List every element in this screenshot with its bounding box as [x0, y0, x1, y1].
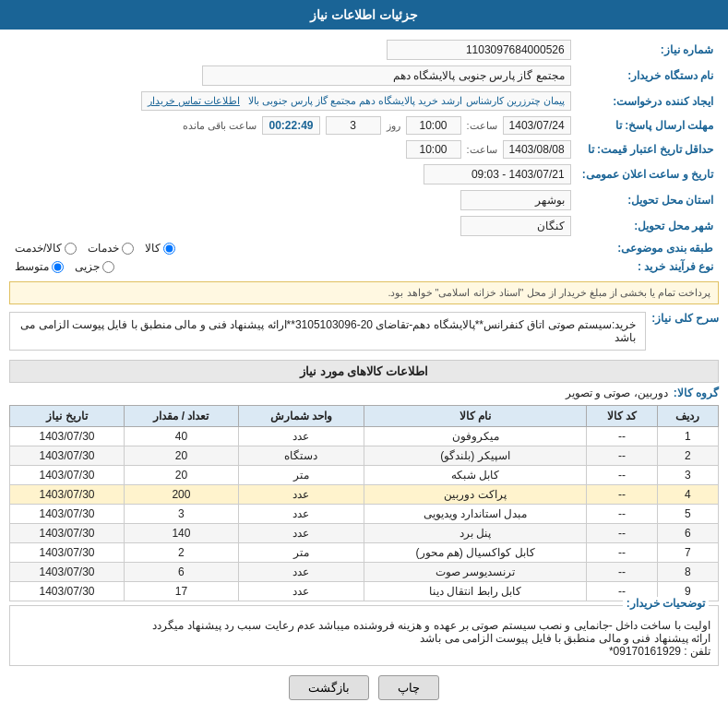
radio-kala-khadamat-label: کالا/خدمت	[15, 242, 62, 255]
tarikh-etebar-label: حداقل تاریخ اعتبار قیمت: تا	[577, 137, 719, 161]
table-row: 8--ترنسدیوسر صوتعدد61403/07/30	[10, 563, 719, 582]
ijad-konande-link[interactable]: اطلاعات تماس خریدار	[148, 95, 240, 106]
shomare-niaz-field: 1103097684000526	[387, 40, 571, 60]
col-radif: ردیف	[657, 406, 718, 427]
page-header: جزئیات اطلاعات نیاز	[0, 0, 728, 30]
radio-kala-khadamat-item[interactable]: کالا/خدمت	[15, 242, 77, 255]
table-row: 5--مبدل استاندارد ویدیوییعدد31403/07/30	[10, 505, 719, 524]
ijad-konande-value: پیمان چترزرین کارشناس ارشد خرید پالایشگا…	[9, 89, 577, 113]
sarij-row: سرح کلی نیاز: خرید:سیستم صوتی اتاق کنفرا…	[9, 308, 719, 354]
tarikh-elan-field: 1403/07/21 - 09:03	[424, 164, 571, 184]
buyer-notes-content: اولیت با ساخت داخل -جانمایی و نصب سیستم …	[18, 613, 710, 658]
radio-khadamat[interactable]	[122, 243, 134, 255]
radio-kala-khadamat[interactable]	[65, 243, 77, 255]
tarikh-ersal-rooz: 3	[326, 116, 381, 135]
tarikh-etebar-saat: 10:00	[406, 140, 461, 159]
radio-kala-item[interactable]: کالا	[145, 242, 175, 255]
info-table: شماره نیاز: 1103097684000526 نام دستگاه …	[9, 37, 719, 276]
shahr-label: شهر محل تحویل:	[577, 213, 719, 239]
bottom-buttons: چاپ بازگشت	[9, 675, 719, 700]
buyer-notes-line1: اولیت با ساخت داخل -جانمایی و نصب سیستم …	[18, 619, 710, 632]
tarikh-etebar-value: 1403/08/08 ساعت: 10:00	[9, 137, 577, 161]
note-text: پرداخت تمام یا بخشی از مبلغ خریدار از مح…	[388, 287, 710, 298]
tabaqhebandi-value: کالا/خدمت خدمات کالا	[9, 239, 577, 257]
tabaqhebandi-label: طبقه بندی موضوعی:	[577, 239, 719, 257]
ostan-field: بوشهر	[460, 190, 571, 210]
shomare-niaz-value: 1103097684000526	[9, 37, 577, 63]
mande-label: ساعت باقی مانده	[183, 120, 257, 132]
row-noe-farayand: نوع فرآیند خرید : متوسط جزیی	[9, 257, 719, 276]
nam-dastgah-field: مجتمع گاز پارس جنوبی پالایشگاه دهم	[202, 65, 571, 86]
btn-bazgasht[interactable]: بازگشت	[289, 675, 369, 700]
tarikh-ersal-date: 1403/07/24	[503, 116, 571, 135]
nam-dastgah-label: نام دستگاه خریدار:	[577, 63, 719, 89]
tarikh-ersal-label: مهلت ارسال پاسخ: تا	[577, 113, 719, 137]
shahr-field: کنگان	[460, 216, 571, 236]
tarikh-ersal-value: 1403/07/24 ساعت: 10:00 روز 3 00:22:49 سا…	[9, 113, 577, 137]
radio-kala[interactable]	[163, 243, 175, 255]
shahr-value: کنگان	[9, 213, 577, 239]
ijad-konande-text: پیمان چترزرین کارشناس ارشد خرید پالایشگا…	[248, 95, 565, 106]
sarij-value: خرید:سیستم صوتی اتاق کنفرانس**پالایشگاه …	[9, 312, 646, 351]
group-kala-row: گروه کالا: دوربین، صوتی و تصویر	[9, 387, 719, 399]
buyer-notes-phone: تلفن : 09170161929*	[18, 645, 710, 658]
col-vahed: واحد شمارش	[238, 406, 364, 427]
row-tarikh-etebar: حداقل تاریخ اعتبار قیمت: تا 1403/08/08 س…	[9, 137, 719, 161]
radio-motavaset[interactable]	[52, 261, 64, 273]
radio-kala-label: کالا	[145, 242, 161, 255]
ostan-value: بوشهر	[9, 187, 577, 213]
radio-jozvi-item[interactable]: جزیی	[75, 260, 114, 273]
radio-khadamat-label: خدمات	[88, 242, 119, 255]
tarikh-elan-value: 1403/07/21 - 09:03	[9, 161, 577, 187]
radio-khadamat-item[interactable]: خدمات	[88, 242, 134, 255]
main-content: شماره نیاز: 1103097684000526 نام دستگاه …	[0, 30, 728, 714]
buyer-notes-header: توضحیات خریدار:	[623, 597, 709, 610]
row-nam-dastgah: نام دستگاه خریدار: مجتمع گاز پارس جنوبی …	[9, 63, 719, 89]
col-name: نام کالا	[364, 406, 587, 427]
note-box: پرداخت تمام یا بخشی از مبلغ خریدار از مح…	[9, 281, 719, 304]
radio-jozvi-label: جزیی	[75, 260, 100, 273]
page-title: جزئیات اطلاعات نیاز	[310, 7, 418, 22]
tarikh-etebar-date: 1403/08/08	[503, 140, 571, 159]
buyer-notes-line2: ارائه پیشنهاد فنی و مالی منطبق با فایل پ…	[18, 632, 710, 645]
ostan-label: استان محل تحویل:	[577, 187, 719, 213]
btn-chap[interactable]: چاپ	[378, 675, 439, 700]
ijad-konande-label: ایجاد کننده درخواست:	[577, 89, 719, 113]
row-shahr: شهر محل تحویل: کنگان	[9, 213, 719, 239]
sarij-label: سرح کلی نیاز:	[651, 308, 719, 325]
nam-dastgah-value: مجتمع گاز پارس جنوبی پالایشگاه دهم	[9, 63, 577, 89]
row-tabaqhebandi: طبقه بندی موضوعی: کالا/خدمت خدمات کالا	[9, 239, 719, 257]
row-tarikh-ersal: مهلت ارسال پاسخ: تا 1403/07/24 ساعت: 10:…	[9, 113, 719, 137]
tarikh-ersal-mande: 00:22:49	[262, 116, 319, 135]
col-kod: کد کالا	[586, 406, 657, 427]
noe-farayand-label: نوع فرآیند خرید :	[577, 257, 719, 276]
row-tarikh-elan: تاریخ و ساعت اعلان عمومی: 1403/07/21 - 0…	[9, 161, 719, 187]
table-row: 3--کابل شبکهمتر201403/07/30	[10, 466, 719, 485]
row-shomare-niaz: شماره نیاز: 1103097684000526	[9, 37, 719, 63]
radio-motavaset-item[interactable]: متوسط	[15, 260, 64, 273]
tarikh-ersal-saat: 10:00	[406, 116, 461, 135]
saat-label: ساعت:	[467, 120, 497, 132]
table-row: 1--میکروفونعدد401403/07/30	[10, 427, 719, 446]
noe-farayand-value: متوسط جزیی	[9, 257, 577, 276]
group-kala-label: گروه کالا:	[674, 387, 719, 399]
col-tedad: تعداد / مقدار	[124, 406, 238, 427]
rooz-label: روز	[387, 120, 400, 132]
buyer-notes-box: توضحیات خریدار: اولیت با ساخت داخل -جانم…	[9, 605, 719, 666]
radio-jozvi[interactable]	[102, 261, 114, 273]
goods-section-title: اطلاعات کالاهای مورد نیاز	[9, 360, 719, 383]
table-row: 6--پنل بردعدد1401403/07/30	[10, 524, 719, 543]
table-row: 7--کابل کواکسیال (هم محور)متر21403/07/30	[10, 543, 719, 563]
goods-table: ردیف کد کالا نام کالا واحد شمارش تعداد /…	[9, 405, 719, 601]
radio-motavaset-label: متوسط	[15, 260, 49, 273]
table-row: 4--پراکت دوربینعدد2001403/07/30	[10, 485, 719, 505]
ijad-konande-field: پیمان چترزرین کارشناس ارشد خرید پالایشگا…	[141, 91, 571, 111]
table-row: 2--اسپیکر (بلندگو)دستگاه201403/07/30	[10, 446, 719, 466]
shomare-niaz-label: شماره نیاز:	[577, 37, 719, 63]
row-ostan: استان محل تحویل: بوشهر	[9, 187, 719, 213]
group-kala-value: دوربین، صوتی و تصویر	[566, 387, 668, 399]
goods-table-header-row: ردیف کد کالا نام کالا واحد شمارش تعداد /…	[10, 406, 719, 427]
page-wrapper: جزئیات اطلاعات نیاز شماره نیاز: 11030976…	[0, 0, 728, 714]
saat2-label: ساعت:	[467, 144, 497, 156]
row-ijad-konande: ایجاد کننده درخواست: پیمان چترزرین کارشن…	[9, 89, 719, 113]
